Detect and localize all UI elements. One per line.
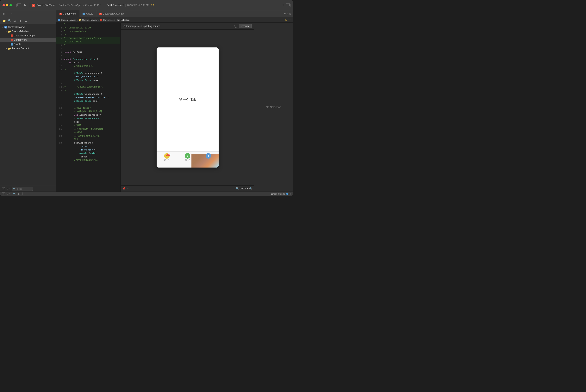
grid-view-button[interactable]: ⊞ <box>2 12 6 16</box>
sidebar-nav-search[interactable]: 🔍 <box>7 18 12 23</box>
code-line-13d: UIColor(Color.gray) <box>56 78 120 82</box>
editor-options-icon[interactable]: ≡ <box>287 12 288 15</box>
app-tab-icon: S <box>99 12 102 15</box>
zoom-in-icon[interactable]: 🔍 <box>249 187 253 190</box>
code-line-23e: .green) <box>56 155 120 158</box>
line-num-6: 6 <box>56 44 63 47</box>
code-line-18b: //中的物件，例如图文本等 <box>56 110 120 113</box>
sidebar-nav-source-control[interactable]: ⎇ <box>13 18 17 23</box>
breadcrumb-file[interactable]: S ContentView <box>100 18 115 21</box>
sidebar: 📁 🔍 ⎇ ◆ ☁ ▼ P CustomTabView ▼ 📁 Cus <box>0 17 56 192</box>
line-content-5b: // 2022/3/23. <box>63 40 120 44</box>
inspector-toggle-button[interactable] <box>286 4 290 7</box>
status-add-button[interactable]: + <box>2 192 5 196</box>
inspector-toggle-status[interactable]: ⊞ <box>290 192 291 195</box>
tree-item-customtabviewapp[interactable]: S CustomTabViewApp <box>0 34 56 38</box>
tab-item-3[interactable]: 3 <box>198 153 219 158</box>
close-button[interactable] <box>3 4 5 6</box>
sidebar-bottom-bar: + ⊞ ≡ 🔍 <box>0 186 56 192</box>
sidebar-sort-toggle[interactable]: ≡ <box>9 188 10 190</box>
add-editor-icon[interactable]: ⊞ <box>289 12 291 15</box>
zoom-level-label: 100% <box>240 187 246 190</box>
code-line-21b: e的颜色 <box>56 131 120 134</box>
zoom-out-icon[interactable]: 🔍 <box>236 187 239 190</box>
sidebar-nav-breakpoints[interactable]: ◆ <box>18 18 23 23</box>
code-line-23d: UIColor(Color <box>56 152 120 155</box>
preview-list-icon[interactable]: ≡ <box>127 187 129 190</box>
add-tab-button[interactable]: + <box>282 3 284 7</box>
tab-2-icon-wrapper: 2 <box>185 153 190 158</box>
folder-icon: 📁 <box>8 30 11 33</box>
build-status-text: Build Succeeded <box>107 4 124 6</box>
line-content-20: //标签 <box>63 124 120 127</box>
maximize-button[interactable] <box>10 4 12 6</box>
tree-item-project-root[interactable]: ▼ P CustomTabView <box>0 25 56 29</box>
tab-customtabviewapp[interactable]: S CustomTabViewApp <box>96 10 127 17</box>
line-content-21: //图标的颜色——也就是Imag <box>63 127 120 131</box>
contentview-tab-label: ContentView <box>63 12 76 15</box>
tab-3-icon-wrapper: 3 <box>206 153 211 158</box>
breadcrumb-chevron-left[interactable]: ‹ <box>288 18 289 21</box>
line-num-23: 23 <box>56 141 63 145</box>
line-content-16c: .unselectedItemTintColor = <box>63 96 120 99</box>
tree-label-project-root: CustomTabView <box>8 26 25 28</box>
phone-content-text: 第一个 Tab <box>179 97 196 102</box>
tree-item-folder-customtabview[interactable]: ▼ 📁 CustomTabView <box>0 29 56 34</box>
disclosure-preview[interactable]: ▶ <box>5 48 7 50</box>
breadcrumb-folder[interactable]: 📁 CustomTabView <box>79 18 98 21</box>
app-tab-label: CustomTabViewApp <box>103 12 124 15</box>
tree-item-assets[interactable]: Assets <box>0 42 56 46</box>
tab-3-num: 3 <box>208 155 209 157</box>
breadcrumb-chevron-right[interactable]: › <box>290 18 291 21</box>
disclosure-folder[interactable]: ▼ <box>5 30 7 32</box>
status-icon-2[interactable]: ≡ <box>9 192 10 195</box>
disclosure-project-root[interactable]: ▼ <box>2 26 4 28</box>
tree-item-preview-content[interactable]: ▶ 📁 Preview Content <box>0 46 56 50</box>
tree-label-contentview: ContentView <box>14 38 27 41</box>
nav-forward-button[interactable]: › <box>10 12 13 16</box>
tree-item-contentview[interactable]: S ContentView <box>0 38 56 42</box>
tree-label-folder: CustomTabView <box>12 30 29 33</box>
tab-contentview[interactable]: S ContentView <box>56 10 80 17</box>
line-content-22b: 颜色 <box>63 138 120 141</box>
line-num-10: 10 <box>56 58 63 61</box>
code-line-4: 4 // <box>56 33 120 36</box>
breadcrumb-selection[interactable]: No Selection <box>118 19 130 21</box>
zoom-dropdown-icon[interactable]: ▾ <box>247 187 248 190</box>
right-inspector-panel: No Selection <box>254 23 293 192</box>
preview-pin-icon[interactable]: 📌 <box>123 187 126 190</box>
minimize-button[interactable] <box>6 4 8 6</box>
sidebar-nav-files[interactable]: 📁 <box>2 18 7 23</box>
line-num-21: 21 <box>56 127 63 131</box>
tab-item-1[interactable]: 🎈 10 第一页 <box>157 153 177 161</box>
phone-mockup: 第一个 Tab 🎈 <box>157 48 219 168</box>
status-icon-1[interactable]: ⊞ <box>7 192 8 195</box>
tab-assets[interactable]: Assets <box>80 10 96 17</box>
filter-input[interactable] <box>16 187 32 190</box>
preview-info-icon[interactable]: i <box>234 24 237 28</box>
line-content-12: //修改签栏背景色 <box>63 64 120 68</box>
sidebar-nav: 📁 🔍 ⎇ ◆ ☁ <box>0 17 56 24</box>
line-content-16d: UIColor(Color.pink) <box>63 99 120 103</box>
preview-content-area: 第一个 Tab 🎈 <box>121 30 254 185</box>
sidebar-nav-reports[interactable]: ☁ <box>24 18 28 23</box>
sidebar-toggle-button[interactable] <box>17 4 21 7</box>
breadcrumb-project[interactable]: CustomTabView <box>58 19 76 21</box>
code-editor[interactable]: 1 // 2 // ContentView.swift 3 // CustomT… <box>56 23 120 192</box>
sidebar-bottom-icons: ⊞ ≡ <box>7 188 10 190</box>
add-file-button[interactable]: + <box>2 187 5 190</box>
breadcrumb-project-icon <box>58 19 60 21</box>
breadcrumb-file-label: ContentView <box>103 19 115 21</box>
preview-header: Automatic preview updating paused i Resu… <box>121 23 254 30</box>
code-line-23f: //未来体制模拟的图标 <box>56 158 120 162</box>
preview-bottom-left: 📌 ≡ <box>123 187 129 190</box>
main-window: S CustomTabView › CustomTabViewApp › iPh… <box>0 0 293 196</box>
code-line-20: 20 //标签 <box>56 124 120 127</box>
resume-button[interactable]: Resume <box>239 24 252 28</box>
tab-item-2[interactable]: 2 第二页 <box>177 153 198 161</box>
sidebar-view-toggle[interactable]: ⊞ <box>7 188 8 190</box>
split-left-icon[interactable]: ⇄ <box>284 12 286 15</box>
run-button[interactable] <box>23 3 27 8</box>
preview-bottom-toolbar: 📌 ≡ 🔍 100% ▾ 🔍 <box>121 185 254 192</box>
nav-back-button[interactable]: ‹ <box>7 12 9 16</box>
